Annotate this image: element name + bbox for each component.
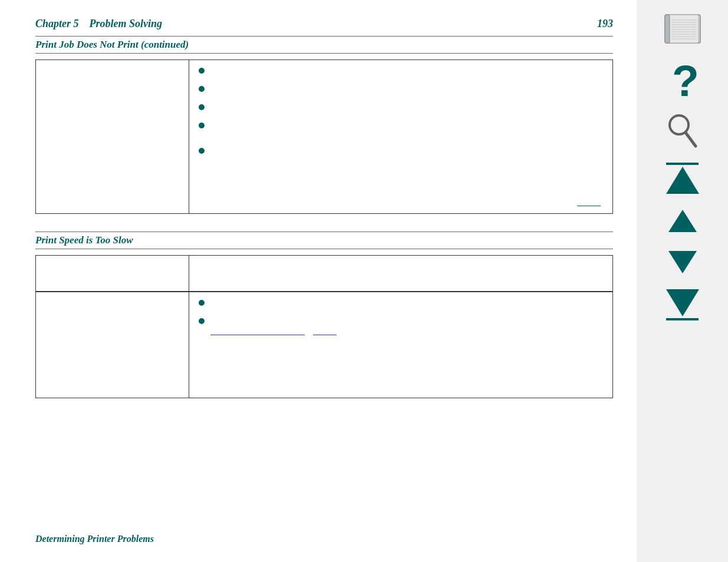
- list-item: [199, 66, 603, 74]
- chapter-title: Problem Solving: [90, 18, 163, 29]
- section1-title: Print Job Does Not Print (continued): [35, 39, 613, 51]
- bullet-dot: [199, 300, 205, 306]
- table1-cell-right: [189, 60, 612, 213]
- section2-title-block: Print Speed is Too Slow: [35, 232, 613, 249]
- list-item: [199, 316, 603, 335]
- section2-rule-bottom: [35, 249, 613, 249]
- page-header: Chapter 5 Problem Solving 193: [35, 18, 613, 30]
- help-icon[interactable]: ?: [666, 59, 699, 100]
- page-number: 193: [597, 18, 613, 30]
- section2-rule-top: [35, 232, 613, 232]
- triangle-up: [666, 167, 699, 194]
- page-content: Chapter 5 Problem Solving 193 Print Job …: [0, 0, 637, 562]
- table-row: [36, 60, 612, 213]
- list-item: [199, 298, 603, 306]
- chapter-header: Chapter 5 Problem Solving: [35, 18, 162, 30]
- bullet-list-2: [199, 298, 603, 335]
- table2-header-right: [189, 256, 612, 291]
- bar-top: [666, 163, 699, 165]
- bullet-dot: [199, 68, 205, 74]
- bullet-dot: [199, 123, 205, 128]
- section1-title-block: Print Job Does Not Print (continued): [35, 36, 613, 54]
- list-item: [199, 121, 603, 128]
- sidebar: ?: [637, 0, 728, 562]
- bar-bottom: [666, 318, 699, 320]
- table2-body-left: [36, 292, 189, 398]
- svg-text:?: ?: [672, 58, 699, 102]
- table1-cell-left: [36, 60, 189, 213]
- chapter-label: Chapter 5: [35, 18, 79, 29]
- link1[interactable]: [210, 334, 305, 335]
- cell-underline: [577, 206, 601, 206]
- svg-line-14: [686, 133, 696, 146]
- bullet-dot: [199, 318, 205, 324]
- section1-rule-bottom: [35, 53, 613, 54]
- table2-body-right: [189, 292, 612, 398]
- list-item: [199, 84, 603, 92]
- triangle-up-small: [668, 210, 697, 232]
- first-page-icon[interactable]: [665, 162, 700, 194]
- table2: [35, 255, 613, 398]
- table2-header-left: [36, 256, 189, 291]
- bullet-dot: [199, 86, 205, 92]
- bullet-list-1: [199, 66, 603, 154]
- bullet-dot: [199, 104, 205, 110]
- svg-rect-2: [665, 15, 670, 43]
- triangle-down: [666, 289, 699, 316]
- book-icon[interactable]: [662, 12, 703, 47]
- link2[interactable]: [313, 334, 337, 335]
- list-item: [199, 146, 603, 154]
- bullet-dot: [199, 148, 205, 154]
- footer-title: Determining Printer Problems: [35, 534, 154, 544]
- triangle-down-small: [668, 251, 697, 273]
- table2-header-row: [36, 256, 612, 292]
- last-page-icon[interactable]: [665, 289, 700, 321]
- section1-rule-top: [35, 36, 613, 37]
- section2-title: Print Speed is Too Slow: [35, 234, 613, 246]
- next-page-icon[interactable]: [665, 247, 700, 277]
- table1: [35, 59, 613, 214]
- table2-body-row: [36, 292, 612, 398]
- search-icon[interactable]: [666, 112, 699, 150]
- list-item: [199, 103, 603, 110]
- prev-page-icon[interactable]: [665, 206, 700, 236]
